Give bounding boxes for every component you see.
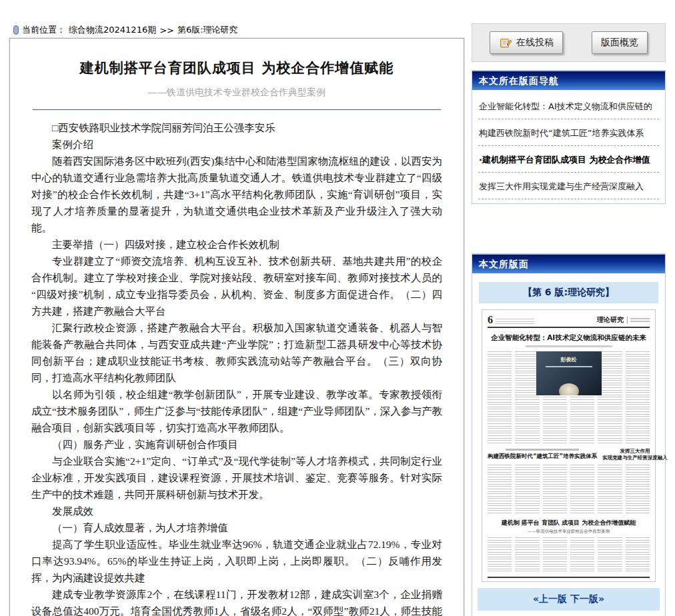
thumbnail-columns-bottom xyxy=(488,537,650,572)
article-paragraph: 汇聚行政校企资源，搭建产教融合大平台。积极加入国家轨道交通装备、机器人与智能装备… xyxy=(31,319,442,386)
thumbnail-headline-4: 建机制 搭平台 育团队 成项目 为校企合作增值赋能 xyxy=(488,519,650,527)
sidebar: 在线投稿 版面概览 本文所在版面导航 企业智能化转型：AI技术定义物流和供应链的… xyxy=(472,23,666,616)
nav-item-article-1[interactable]: 企业智能化转型：AI技术定义物流和供应链的 xyxy=(478,93,659,119)
article-paragraph: 提高了学生职业适应性。毕业生就业率达96%，轨道交通企业就业占72.19%，专业… xyxy=(31,536,442,586)
flower-bouquet-graphic xyxy=(559,383,579,395)
article-paragraph: 发展成效 xyxy=(31,503,442,519)
online-submit-label: 在线投稿 xyxy=(516,37,554,49)
next-page-link[interactable]: 下一版» xyxy=(570,593,604,604)
newspaper-page-thumbnail[interactable]: 6 理论研究 企业智能化转型：AI技术定义物流和供应链的未来 xyxy=(482,309,656,582)
article-paragraph: 专业群建立了“师资交流培养、机构互设互补、技术创新共研、基地共建共用”的校企合作… xyxy=(31,253,442,319)
thumbnail-headline-1: 企业智能化转型：AI技术定义物流和供应链的未来 xyxy=(488,333,650,343)
breadcrumb-label: 当前位置： xyxy=(22,24,65,36)
breadcrumb-edition-link[interactable]: 第6版:理论研究 xyxy=(177,24,238,36)
nav-item-article-current[interactable]: ·建机制搭平台育团队成项目 为校企合作增值 xyxy=(478,146,659,173)
thumbnail-photo-caption: 彭俊松 xyxy=(536,356,602,363)
thumbnail-headline-3-line1: 发挥三大作用 xyxy=(602,448,668,455)
breadcrumb: 当前位置： 综合物流20241216期 >> 第6版:理论研究 xyxy=(13,24,238,36)
article-paragraph: 随着西安国际港务区中欧班列(西安)集结中心和陆港型国家物流枢纽的建设，以西安为中… xyxy=(31,153,442,236)
previous-page-link[interactable]: «上一版 xyxy=(533,593,567,604)
thumbnail-byline xyxy=(526,345,612,347)
page-nav-list: 企业智能化转型：AI技术定义物流和供应链的 构建西铁院新时代“建筑工匠”培养实践… xyxy=(472,90,665,203)
bookmark-icon xyxy=(13,25,19,35)
thumbnail-headline-3-line2: 实现党建与生产经营深度融入 xyxy=(602,455,668,461)
article-paragraph: 建成专业教学资源库2个，在线课程11门，开发教材12部，建成实训室3个，企业捐赠… xyxy=(31,586,442,616)
page-overview-label: 版面概览 xyxy=(601,37,638,49)
thumbnail-section-2: 构建西铁院新时代“建筑工匠”培养实践体系 发挥三大作用 实现党建与生产经营深度融… xyxy=(488,448,650,461)
breadcrumb-separator: >> xyxy=(159,25,174,35)
nav-item-article-2[interactable]: 构建西铁院新时代“建筑工匠”培养实践体系 xyxy=(478,119,659,146)
thumbnail-bottom-rule xyxy=(488,577,650,578)
thumbnail-masthead: 6 理论研究 xyxy=(488,315,650,328)
article-paragraph: 以名师为引领，校企组建“教学创新团队”，开展专业建设、教学改革。专家教授领衔成立… xyxy=(31,386,442,436)
thumbnail-columns-middle xyxy=(488,465,650,514)
thumbnail-photo: 彭俊松 xyxy=(536,351,602,395)
thumbnail-page-number: 6 xyxy=(488,315,493,325)
title-divider xyxy=(33,109,441,110)
thumbnail-photo-subcaption xyxy=(546,366,592,367)
article-paragraph: 与企业联合实施“2+1”定向、“订单式”及“现代学徒制”等人才培养模式，共同制定… xyxy=(31,453,442,503)
article-container: 建机制搭平台育团队成项目 为校企合作增值赋能 ——铁道供电技术专业群校企合作典型… xyxy=(9,38,464,616)
thumbnail-columns-top: 彭俊松 xyxy=(488,351,650,443)
online-submit-button[interactable]: 在线投稿 xyxy=(490,31,563,54)
thumbnail-section-3: 建机制 搭平台 育团队 成项目 为校企合作增值赋能 ——铁道供电技术专业群校企合… xyxy=(488,519,650,535)
page-overview-button[interactable]: 版面概览 xyxy=(592,31,648,54)
current-page-panel-title: 本文所版面 xyxy=(472,254,665,273)
thumbnail-masthead-box xyxy=(627,317,650,323)
article-body: □西安铁路职业技术学院闫丽芳闫泊王公强李安乐 案例介绍 随着西安国际港务区中欧班… xyxy=(31,119,442,616)
article-paragraph: 案例介绍 xyxy=(31,136,442,153)
edition-label-bar[interactable]: 【第 6 版:理论研究】 xyxy=(479,282,658,303)
page-nav-panel: 本文所在版面导航 企业智能化转型：AI技术定义物流和供应链的 构建西铁院新时代“… xyxy=(472,70,666,204)
nav-item-article-4[interactable]: 发挥三大作用实现党建与生产经营深度融入 xyxy=(478,173,659,199)
notepad-pencil-icon xyxy=(499,37,512,49)
thumbnail-section-label: 理论研究 xyxy=(597,315,624,325)
page-root: 当前位置： 综合物流20241216期 >> 第6版:理论研究 建机制搭平台育团… xyxy=(0,0,675,616)
breadcrumb-issue-link[interactable]: 综合物流20241216期 xyxy=(69,24,156,36)
current-page-panel: 本文所版面 【第 6 版:理论研究】 6 理论研究 xyxy=(472,253,666,616)
article-title: 建机制搭平台育团队成项目 为校企合作增值赋能 xyxy=(31,59,442,77)
article-subtitle: ——铁道供电技术专业群校企合作典型案例 xyxy=(31,87,442,99)
page-pager-bar: «上一版 下一版» xyxy=(478,588,660,611)
thumbnail-headline-2: 构建西铁院新时代“建筑工匠”培养实践体系 xyxy=(488,453,597,461)
article-paragraph: （四）服务产业，实施育训研创合作项目 xyxy=(31,436,442,453)
article-paragraph: □西安铁路职业技术学院闫丽芳闫泊王公强李安乐 xyxy=(31,119,442,136)
thumbnail-headline-4-subtitle: ——铁道供电技术专业群校企合作典型案例 xyxy=(488,529,650,535)
article-paragraph: （一）育人成效显著，为人才培养增值 xyxy=(31,519,442,536)
article-paragraph: 主要举措（一）四级对接，建立校企合作长效机制 xyxy=(31,236,442,253)
action-button-panel: 在线投稿 版面概览 xyxy=(472,23,666,62)
thumbnail-masthead-smalltext xyxy=(496,319,534,325)
page-nav-panel-title: 本文所在版面导航 xyxy=(472,71,665,90)
thumbnail-headline-2-kicker xyxy=(506,449,579,451)
